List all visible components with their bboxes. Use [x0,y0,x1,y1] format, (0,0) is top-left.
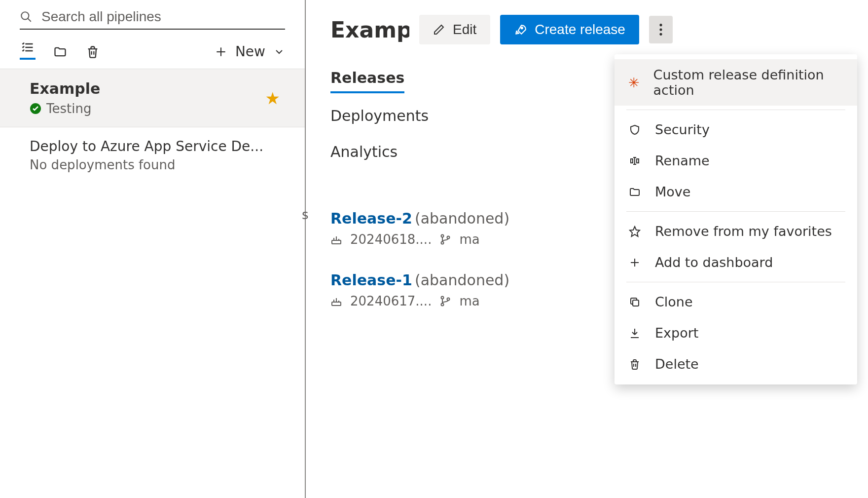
svg-point-7 [659,28,662,31]
more-actions-button[interactable] [649,16,673,43]
rocket-icon [514,23,527,36]
tab-releases[interactable]: Releases [330,69,404,93]
release-name[interactable]: Release-2 [330,210,412,227]
create-release-button[interactable]: Create release [500,15,639,44]
menu-item-rename[interactable]: Rename [615,145,857,176]
pipeline-item-deploy[interactable]: Deploy to Azure App Service De... No dep… [0,127,305,183]
list-view-icon[interactable] [20,44,36,60]
pipeline-title: Deploy to Azure App Service De... [30,138,285,154]
star-outline-icon [627,226,642,237]
folder-icon [627,186,642,198]
svg-point-6 [659,24,662,26]
svg-rect-13 [332,302,341,306]
pipeline-item-example[interactable]: Example Testing ★ [0,69,305,127]
search-box[interactable] [20,5,285,30]
svg-point-11 [441,242,444,244]
menu-item-add-dashboard[interactable]: Add to dashboard [615,247,857,278]
menu-item-export[interactable]: Export [615,317,857,348]
favorite-star-icon[interactable]: ★ [265,88,280,108]
download-icon [627,327,642,339]
svg-point-14 [441,297,444,299]
trash-icon [627,358,642,370]
cutoff-text: s [302,207,309,222]
sparkle-icon: ✳ [627,75,641,90]
menu-item-remove-favorite[interactable]: Remove from my favorites [615,216,857,247]
release-name[interactable]: Release-1 [330,271,412,289]
svg-point-0 [21,12,29,19]
sidebar-toolbar: New [0,30,305,69]
header-row: Example Edit Create release [330,15,843,44]
release-status: (abandoned) [415,210,509,227]
build-icon [330,233,342,245]
copy-icon [627,296,642,308]
search-icon [20,10,33,23]
svg-line-1 [28,18,31,22]
branch-icon [439,233,451,245]
branch-icon [439,295,451,307]
pipeline-sub: No deployments found [30,157,285,172]
svg-rect-20 [633,300,639,306]
release-status: (abandoned) [415,271,509,289]
svg-marker-17 [630,227,640,236]
svg-rect-9 [332,240,341,244]
menu-item-move[interactable]: Move [615,176,857,207]
folder-icon[interactable] [52,44,68,60]
svg-point-5 [521,27,523,29]
edit-button[interactable]: Edit [419,15,490,44]
context-menu: ✳ Custom release definition action Secur… [615,54,857,384]
rename-icon [627,155,642,167]
page-title: Example [330,17,409,42]
plus-icon [215,45,227,58]
left-sidebar: New Example Testing ★ Deploy to Azure Ap… [0,0,306,498]
pipeline-status: Testing [30,101,285,116]
svg-point-12 [447,236,450,239]
build-icon [330,295,342,307]
new-button[interactable]: New [215,43,285,60]
menu-item-custom-action[interactable]: ✳ Custom release definition action [615,59,857,106]
main-content: s Example Edit Create release Releases D… [306,0,868,498]
chevron-down-icon [273,46,285,58]
plus-icon [627,257,642,268]
new-label: New [235,43,265,60]
svg-point-8 [659,33,662,36]
menu-item-security[interactable]: Security [615,114,857,145]
menu-item-delete[interactable]: Delete [615,348,857,380]
svg-point-15 [441,304,444,306]
shield-icon [627,124,642,136]
success-icon [30,103,41,115]
svg-point-10 [441,235,444,237]
svg-point-16 [447,298,450,301]
pencil-icon [433,24,445,36]
menu-item-clone[interactable]: Clone [615,286,857,317]
trash-icon[interactable] [85,44,101,60]
search-input[interactable] [41,9,285,25]
menu-separator [626,282,845,282]
menu-separator [626,110,845,110]
more-vertical-icon [659,23,663,37]
menu-separator [626,211,845,212]
pipeline-title: Example [30,80,285,97]
